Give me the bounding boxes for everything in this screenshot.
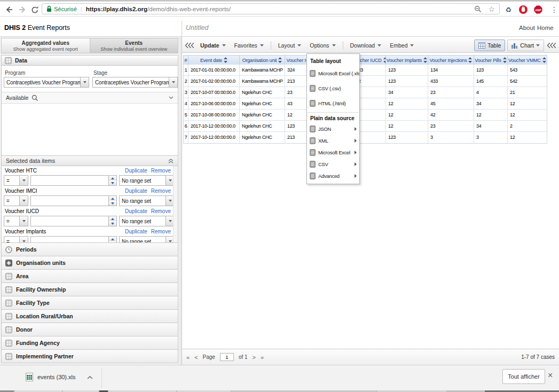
menu-item-microsoft-excel-xls[interactable]: Microsoft Excel (.xls) <box>307 66 359 81</box>
last-page-button[interactable]: » <box>261 354 264 360</box>
spinner[interactable] <box>108 196 116 206</box>
accordion-periods[interactable]: Periods <box>1 243 178 256</box>
accordion-data[interactable]: Data <box>1 55 178 66</box>
forward-icon[interactable] <box>17 5 27 14</box>
address-bar[interactable]: Sécurisé | https://play.dhis2.org/demo/d… <box>42 3 500 14</box>
refresh-icon[interactable] <box>30 5 40 14</box>
duplicate-link[interactable]: Duplicate <box>125 208 147 214</box>
column-header-[interactable]: # <box>184 56 188 65</box>
spinner-down-icon[interactable] <box>109 201 116 206</box>
operator-select[interactable]: = <box>4 216 28 226</box>
column-header-voucher-injections[interactable]: Voucher Injections <box>428 56 474 65</box>
spinner[interactable] <box>108 176 116 185</box>
spinner-up-icon[interactable] <box>109 216 116 221</box>
remove-link[interactable]: Remove <box>151 188 171 194</box>
collapse-west-icon[interactable] <box>185 43 194 48</box>
spinner-up-icon[interactable] <box>109 176 116 181</box>
table-row[interactable]: 62017-10-12 00:00:00.0Ngelehun CHC123122… <box>184 121 547 132</box>
spinner-down-icon[interactable] <box>109 221 116 226</box>
table-view-button[interactable]: Table <box>474 40 505 51</box>
toolbar-layout-button[interactable]: Layout <box>274 40 306 51</box>
table-row[interactable]: 42017-10-06 00:00:00.0Ngelehun CHC431245… <box>184 98 547 109</box>
tab-aggregated-values[interactable]: Aggregated valuesShow aggregated event r… <box>1 38 90 53</box>
range-select[interactable]: No range set <box>119 216 175 226</box>
spinner[interactable] <box>108 216 116 226</box>
operator-select[interactable]: = <box>4 236 28 243</box>
spinner-up-icon[interactable] <box>109 196 116 201</box>
filter-value-input[interactable] <box>31 196 108 206</box>
filter-value-input[interactable] <box>31 176 108 185</box>
spinner[interactable] <box>108 237 116 243</box>
accordion-donor[interactable]: Donor <box>1 323 178 336</box>
next-page-button[interactable]: > <box>253 354 256 360</box>
browser-menu-icon[interactable]: ⋮ <box>550 5 558 14</box>
stop-hand-extension-icon[interactable] <box>519 5 527 14</box>
accordion-organisation-units[interactable]: Organisation units <box>1 256 178 270</box>
filter-value-input[interactable] <box>31 216 108 226</box>
toolbar-update-button[interactable]: Update <box>196 40 230 51</box>
abp-extension-icon[interactable]: ABP <box>534 5 542 14</box>
table-row[interactable]: 12017-01-01 00:00:00.0Kambawama MCHP3241… <box>184 65 547 76</box>
first-page-button[interactable]: « <box>186 354 190 360</box>
remove-link[interactable]: Remove <box>151 229 171 234</box>
accordion-funding-agency[interactable]: Funding Agency <box>1 336 178 350</box>
downloaded-file-item[interactable]: events (30).xls <box>26 373 76 381</box>
show-all-downloads-button[interactable]: Tout afficher <box>502 369 545 384</box>
range-select[interactable]: No range set <box>119 195 175 206</box>
operator-select[interactable]: = <box>4 195 28 206</box>
table-row[interactable]: 52017-10-08 00:00:00.0Ngelehun CHC121242… <box>184 109 547 121</box>
chevron-down-icon[interactable] <box>169 96 174 99</box>
toolbar-options-button[interactable]: Options <box>305 40 340 51</box>
menu-item-csv-csv[interactable]: CSV (.csv) <box>307 81 359 96</box>
table-row[interactable]: 22017-01-02 00:00:00.0Kambawama MCHP2131… <box>184 76 547 87</box>
remove-link[interactable]: Remove <box>151 168 171 174</box>
column-header-voucher-vmmc[interactable]: Voucher VMMC <box>508 56 547 65</box>
bookmark-star-icon[interactable]: ☆ <box>488 5 495 13</box>
home-link[interactable]: Home <box>537 25 554 31</box>
remove-link[interactable]: Remove <box>151 208 171 214</box>
column-header-organisation-unit[interactable]: Organisation unit <box>240 56 285 65</box>
stage-select[interactable]: Contraceptives Voucher Program <box>92 77 178 88</box>
spinner-down-icon[interactable] <box>109 181 116 185</box>
toolbar-favorites-button[interactable]: Favorites <box>230 40 268 51</box>
operator-select[interactable]: = <box>4 175 28 186</box>
accordion-location-rural-urban[interactable]: Location Rural/Urban <box>1 310 178 323</box>
duplicate-link[interactable]: Duplicate <box>125 188 147 194</box>
range-select[interactable]: No range set <box>119 236 175 243</box>
about-link[interactable]: About <box>519 25 535 31</box>
close-shelf-icon[interactable]: × <box>548 371 553 380</box>
duplicate-link[interactable]: Duplicate <box>125 229 147 234</box>
range-select[interactable]: No range set <box>119 175 175 186</box>
menu-item-xml[interactable]: XML <box>307 135 359 146</box>
menu-item-json[interactable]: JSON <box>307 123 359 135</box>
accordion-area[interactable]: Area <box>1 270 178 283</box>
column-header-event-date[interactable]: Event date <box>188 56 240 65</box>
spinner-up-icon[interactable] <box>109 237 116 241</box>
menu-item-html-html[interactable]: HTML (.html) <box>307 96 359 111</box>
accordion-facility-type[interactable]: Facility Type <box>1 296 178 310</box>
menu-item-advanced[interactable]: Advanced <box>307 170 359 182</box>
available-items-header[interactable]: Available <box>2 92 178 104</box>
column-header-voucher-pills[interactable]: Voucher Pills <box>474 56 508 65</box>
column-header-voucher-implants[interactable]: Voucher Implants <box>386 56 428 65</box>
file-menu-chevron-icon[interactable] <box>87 376 93 379</box>
prev-page-button[interactable]: < <box>194 354 198 360</box>
toolbar-download-button[interactable]: Download <box>346 40 386 51</box>
toolbar-embed-button[interactable]: Embed <box>385 40 418 51</box>
scrollbar[interactable] <box>173 166 178 242</box>
search-icon[interactable] <box>32 95 38 101</box>
table-row[interactable]: 72017-10-12 00:00:00.0Ngelehun CHC213123… <box>184 132 547 143</box>
duplicate-link[interactable]: Duplicate <box>125 168 147 174</box>
collapse-east-icon[interactable] <box>547 43 556 48</box>
menu-item-microsoft-excel[interactable]: Microsoft Excel <box>307 146 359 158</box>
collapse-up-icon[interactable] <box>168 159 174 163</box>
accordion-facility-ownership[interactable]: Facility Ownership <box>1 283 178 296</box>
available-items-list[interactable] <box>2 104 178 155</box>
filter-value-input[interactable] <box>31 237 108 243</box>
selected-data-items-header[interactable]: Selected data items <box>1 155 178 166</box>
recycle-extension-icon[interactable]: ♻ <box>504 5 513 14</box>
menu-item-csv[interactable]: CSV <box>307 158 359 170</box>
chart-view-button[interactable]: Chart <box>507 40 544 51</box>
program-select[interactable]: Contraceptives Voucher Program <box>4 77 89 88</box>
page-input[interactable] <box>220 353 234 361</box>
